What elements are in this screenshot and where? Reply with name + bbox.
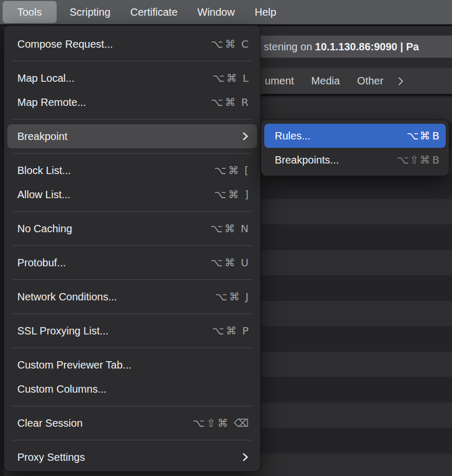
menu-item-label: Map Remote... [17,96,211,109]
keyboard-shortcut: ⌥⇧⌘B [396,154,439,166]
filter-tab-ument[interactable]: ument [265,75,294,87]
menu-item-label: Custom Columns... [17,383,249,395]
menu-separator [13,348,252,348]
menubar-item-tools[interactable]: Tools [3,1,57,23]
status-text: stening on 10.1.130.86:9090 | Pa [264,41,419,53]
menubar-item-window[interactable]: Window [188,1,245,23]
menu-separator [13,279,252,280]
menu-item-custom-previewer-tab[interactable]: Custom Previewer Tab... [4,353,260,377]
menu-item-label: SSL Proxying List... [17,325,212,337]
menu-separator [13,440,252,440]
menu-item-proxy-settings[interactable]: Proxy Settings [4,445,260,469]
submenu-item-rules[interactable]: Rules... ⌥⌘B [264,124,446,148]
menu-item-label: Clear Session [17,417,192,429]
menubar-item-certificate[interactable]: Certificate [121,1,188,23]
menu-item-label: Custom Previewer Tab... [17,359,249,371]
keyboard-shortcut: ⌥⌘B [406,129,439,142]
proxy-status-field: stening on 10.1.130.86:9090 | Pa [257,36,452,58]
chevron-right-icon[interactable] [397,76,404,86]
filter-tab-media[interactable]: Media [311,75,340,87]
menu-item-custom-columns[interactable]: Custom Columns... [4,377,260,401]
keyboard-shortcut: ⌥⌘N [210,222,249,235]
menubar-item-scripting[interactable]: Scripting [60,1,121,23]
menu-item-clear-session[interactable]: Clear Session ⌥⇧⌘⌫ [4,411,260,435]
menu-item-network-conditions[interactable]: Network Conditions... ⌥⌘J [4,285,260,309]
keyboard-shortcut: ⌥⌘L [212,72,249,84]
keyboard-shortcut: ⌥⌘U [210,256,249,269]
menu-separator [13,61,252,61]
keyboard-shortcut: ⌥⌘C [211,38,249,50]
menu-item-label: Allow List... [17,189,214,201]
menu-item-label: Proxy Settings [17,451,242,463]
submenu-item-label: Breakpoints... [275,154,396,166]
menu-item-ssl-proxying-list[interactable]: SSL Proxying List... ⌥⌘P [4,319,260,343]
menubar-item-help[interactable]: Help [245,1,286,23]
filter-tabs: umentMediaOther [261,68,404,94]
menu-item-compose-request[interactable]: Compose Request... ⌥⌘C [4,32,260,56]
menu-item-label: No Caching [17,223,210,235]
keyboard-shortcut: ⌥⌘[ [214,164,249,177]
status-suffix: | Pa [397,41,419,52]
menu-separator [13,119,252,120]
menu-separator [13,313,252,314]
menu-item-allow-list[interactable]: Allow List... ⌥⌘] [4,182,260,207]
submenu-item-label: Rules... [275,130,406,142]
menu-separator [13,153,252,154]
keyboard-shortcut: ⌥⌘] [214,188,249,201]
menu-item-breakpoint[interactable]: Breakpoint [7,124,257,148]
menubar: ToolsScriptingCertificateWindowHelp [0,0,452,25]
menu-item-block-list[interactable]: Block List... ⌥⌘[ [4,158,260,182]
breakpoint-submenu-panel: Rules... ⌥⌘BBreakpoints... ⌥⇧⌘B [261,120,449,176]
keyboard-shortcut: ⌥⌘R [211,96,249,109]
menu-item-label: Breakpoint [17,131,242,143]
menu-item-label: Network Conditions... [17,291,215,303]
menu-item-label: Compose Request... [17,38,211,50]
status-prefix: stening on [264,41,315,52]
menu-item-label: Protobuf... [17,257,210,269]
keyboard-shortcut: ⌥⇧⌘⌫ [192,417,249,429]
keyboard-shortcut: ⌥⌘P [212,324,249,337]
menu-item-protobuf[interactable]: Protobuf... ⌥⌘U [4,251,260,275]
submenu-chevron-icon [242,452,249,462]
submenu-chevron-icon [242,132,249,141]
filter-tab-other[interactable]: Other [357,75,383,87]
menu-item-label: Block List... [17,165,214,177]
window-left-edge [0,25,4,476]
menu-separator [13,406,252,406]
menu-separator [13,245,252,246]
menu-separator [13,211,252,212]
menu-item-map-local[interactable]: Map Local... ⌥⌘L [4,66,260,90]
keyboard-shortcut: ⌥⌘J [215,290,249,303]
submenu-item-breakpoints[interactable]: Breakpoints... ⌥⇧⌘B [261,148,449,172]
menu-item-label: Map Local... [17,72,212,84]
menu-item-map-remote[interactable]: Map Remote... ⌥⌘R [4,90,260,114]
status-address: 10.1.130.86:9090 [315,41,397,52]
tools-menu-panel: Compose Request... ⌥⌘CMap Local... ⌥⌘LMa… [4,25,261,472]
menu-item-no-caching[interactable]: No Caching ⌥⌘N [4,217,260,241]
